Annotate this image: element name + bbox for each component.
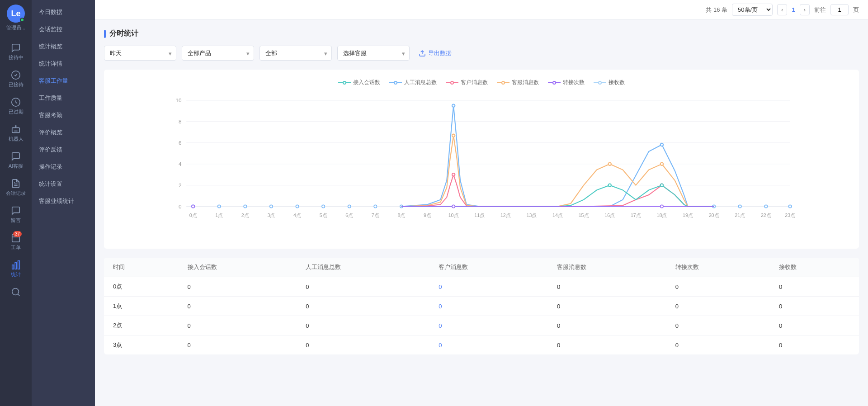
svg-text:8: 8 [179,118,182,124]
cell-received: 0 [770,335,859,355]
menu-work-quality[interactable]: 工作质量 [32,90,95,107]
top-bar: 共 16 条 50条/页 10条/页 20条/页 100条/页 ‹ 1 › 前往… [95,0,868,20]
menu-eval-feedback[interactable]: 评价反馈 [32,141,95,158]
cell-manual-msgs: 0 [297,277,429,297]
col-header-transfers: 转接次数 [666,258,770,277]
cell-sessions: 0 [179,316,297,335]
cell-manual-msgs: 0 [297,335,429,355]
agent-filter[interactable]: 选择客服 [337,46,410,61]
sidebar-item-search[interactable] [0,283,32,303]
cell-agent-msgs: 0 [548,297,666,316]
cell-time: 2点 [104,316,179,335]
prev-page-btn[interactable]: ‹ [777,4,787,15]
sidebar-item-pending[interactable]: 接待中 [0,38,32,66]
legend-agent-msgs: 客服消息数 [497,79,539,86]
main-content: 共 16 条 50条/页 10条/页 20条/页 100条/页 ‹ 1 › 前往… [95,0,868,406]
svg-text:0点: 0点 [189,212,197,218]
legend-sessions: 接入会话数 [338,79,380,86]
sidebar-item-robot[interactable]: 机器人 [0,120,32,147]
sidebar-item-expired[interactable]: 已过期 [0,93,32,120]
menu-stats-overview[interactable]: 统计概览 [32,38,95,55]
svg-point-74 [609,163,611,165]
svg-point-70 [788,205,791,208]
logo-text: Le [11,9,20,19]
product-filter[interactable]: 全部产品 [182,46,254,61]
svg-text:10: 10 [175,97,182,103]
table-row: 1点 0 0 0 0 0 0 [104,297,859,316]
export-label: 导出数据 [428,49,452,57]
cell-received: 0 [770,277,859,297]
legend-transfers: 转接次数 [548,79,585,86]
menu-operation-log[interactable]: 操作记录 [32,158,95,175]
svg-point-63 [322,205,325,208]
svg-point-61 [270,205,273,208]
page-label: 页 [853,6,859,14]
svg-rect-2 [12,127,20,132]
logo: Le [7,5,25,23]
line-chart: 10 8 6 4 2 0 0点 1点 2点 3点 4点 5点 [113,94,850,238]
menu-session-monitor[interactable]: 会话监控 [32,21,95,38]
next-page-btn[interactable]: › [800,4,810,15]
svg-text:11点: 11点 [474,212,485,218]
cell-transfers: 0 [666,335,770,355]
export-button[interactable]: 导出数据 [419,49,452,57]
filters-bar: 昨天 今天 最近7天 最近30天 全部产品 全部 选择客服 [104,46,859,61]
date-filter[interactable]: 昨天 今天 最近7天 最近30天 [104,46,176,61]
cell-sessions: 0 [179,277,297,297]
menu-agent-attendance[interactable]: 客服考勤 [32,107,95,124]
svg-text:8点: 8点 [397,212,405,218]
tickets-badge: 37 [13,231,22,237]
sidebar-item-ai[interactable]: AI客服 [0,147,32,174]
cell-agent-msgs: 0 [548,335,666,355]
menu-stats-detail[interactable]: 统计详情 [32,55,95,72]
svg-point-81 [452,205,455,208]
cell-agent-msgs: 0 [548,277,666,297]
expired-label: 已过期 [9,109,24,115]
goto-input[interactable] [830,4,849,15]
svg-rect-5 [12,265,14,269]
svg-text:6点: 6点 [345,212,353,218]
goto-label: 前往 [814,6,826,14]
legend-sessions-icon [338,80,351,85]
region-filter[interactable]: 全部 [259,46,332,61]
menu-stats-settings[interactable]: 统计设置 [32,175,95,193]
stats-label: 统计 [11,271,21,278]
svg-point-13 [394,81,397,84]
menu-eval-overview[interactable]: 评价概览 [32,124,95,141]
sidebar-item-tickets[interactable]: 37 工单 [0,228,32,255]
chart-legend: 接入会话数 人工消息总数 客户消息数 [113,79,850,86]
sidebar-item-accepted[interactable]: 已接待 [0,66,32,93]
legend-manual-msgs-icon [389,80,402,85]
content-area: 分时统计 昨天 今天 最近7天 最近30天 全部产品 全部 [95,20,868,406]
svg-text:2: 2 [179,182,182,188]
cell-sessions: 0 [179,335,297,355]
cell-time: 3点 [104,335,179,355]
sidebar-item-stats[interactable]: 统计 [0,255,32,283]
legend-manual-msgs: 人工消息总数 [389,79,437,86]
sidebar-item-records[interactable]: 会话记录 [0,174,32,201]
sidebar-item-messages[interactable]: 留言 [0,201,32,228]
svg-point-69 [764,205,767,208]
svg-point-75 [660,163,663,165]
svg-text:0: 0 [179,203,182,209]
svg-point-11 [343,81,346,84]
menu-today-data[interactable]: 今日数据 [32,4,95,21]
online-indicator [20,18,24,22]
svg-point-78 [609,184,611,186]
robot-label: 机器人 [9,136,24,142]
legend-agent-msgs-icon [497,80,509,85]
data-table: 时间 接入会话数 人工消息总数 客户消息数 客服消息数 转接次数 接收数 0点 … [104,258,859,354]
cell-manual-msgs: 0 [297,316,429,335]
menu-agent-workload[interactable]: 客服工作量 [32,72,95,90]
svg-point-17 [502,81,505,84]
svg-point-71 [452,104,455,107]
cell-received: 0 [770,316,859,335]
cell-time: 1点 [104,297,179,316]
sidebar-left: Le 管理员... 接待中 已接待 已过期 [0,0,32,406]
menu-agent-performance[interactable]: 客服业绩统计 [32,193,95,210]
per-page-select[interactable]: 50条/页 10条/页 20条/页 100条/页 [732,4,773,16]
table-row: 2点 0 0 0 0 0 0 [104,316,859,335]
svg-rect-6 [15,263,17,269]
product-filter-wrapper: 全部产品 [182,46,254,61]
svg-text:4点: 4点 [293,212,301,218]
